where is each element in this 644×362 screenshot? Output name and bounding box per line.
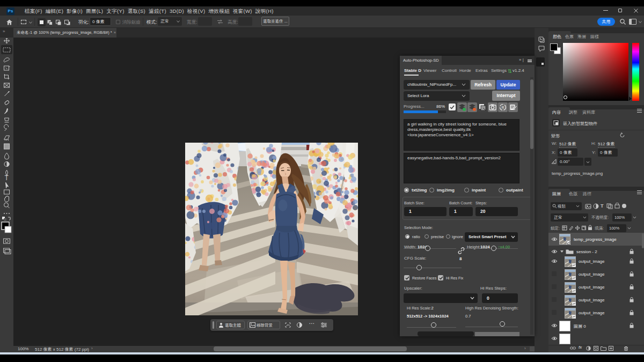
- svg-text:T: T: [5, 174, 9, 182]
- svg-text:R: R: [502, 106, 504, 109]
